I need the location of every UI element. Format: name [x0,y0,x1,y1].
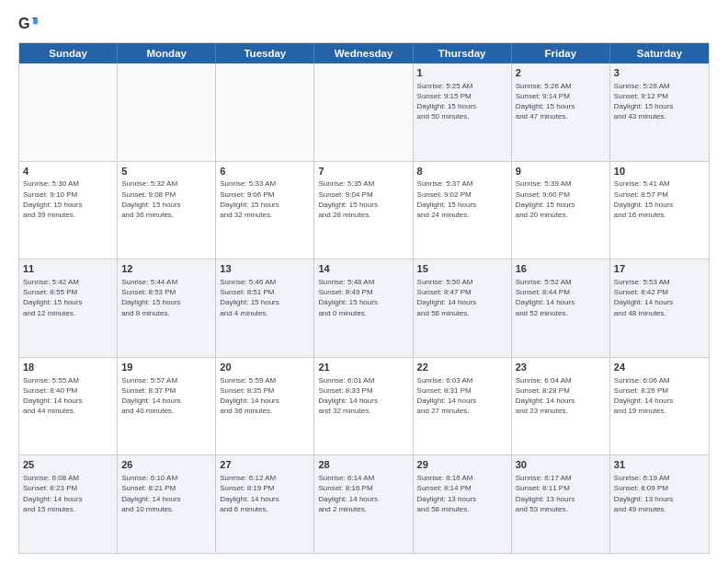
page: G SundayMondayTuesdayWednesdayThursdayFr… [0,0,728,563]
cell-info: Sunrise: 5:28 AM Sunset: 9:12 PM Dayligh… [614,81,705,122]
calendar-cell: 24Sunrise: 6:06 AM Sunset: 8:26 PM Dayli… [610,358,709,455]
calendar-week: 1Sunrise: 5:25 AM Sunset: 9:15 PM Daylig… [19,63,709,162]
day-number: 12 [121,262,211,276]
day-number: 20 [220,361,310,374]
cell-info: Sunrise: 5:42 AM Sunset: 8:55 PM Dayligh… [23,277,113,318]
calendar-cell: 14Sunrise: 5:48 AM Sunset: 8:49 PM Dayli… [314,259,413,357]
cell-info: Sunrise: 5:57 AM Sunset: 8:37 PM Dayligh… [121,375,211,417]
day-number: 23 [516,361,606,374]
calendar-header-cell: Sunday [19,43,118,63]
calendar-cell: 7Sunrise: 5:35 AM Sunset: 9:04 PM Daylig… [314,162,413,259]
calendar-header-cell: Friday [512,43,610,63]
calendar-cell: 17Sunrise: 5:53 AM Sunset: 8:42 PM Dayli… [610,259,709,357]
calendar-header-cell: Tuesday [216,43,314,63]
calendar-cell [19,63,118,161]
cell-info: Sunrise: 5:50 AM Sunset: 8:47 PM Dayligh… [417,277,507,318]
day-number: 4 [23,165,113,178]
day-number: 24 [614,361,705,374]
calendar-cell: 19Sunrise: 5:57 AM Sunset: 8:37 PM Dayli… [118,358,216,455]
cell-info: Sunrise: 5:33 AM Sunset: 9:06 PM Dayligh… [220,178,310,220]
cell-info: Sunrise: 6:12 AM Sunset: 8:19 PM Dayligh… [220,473,310,514]
header: G [18,15,710,35]
calendar-week: 11Sunrise: 5:42 AM Sunset: 8:55 PM Dayli… [19,259,709,358]
calendar-cell [314,63,413,161]
calendar-cell: 23Sunrise: 6:04 AM Sunset: 8:28 PM Dayli… [512,358,610,455]
cell-info: Sunrise: 6:16 AM Sunset: 8:14 PM Dayligh… [417,473,507,514]
calendar-cell [216,63,314,161]
day-number: 2 [516,66,606,80]
calendar-cell: 29Sunrise: 6:16 AM Sunset: 8:14 PM Dayli… [414,455,512,553]
day-number: 18 [23,361,113,374]
calendar-body: 1Sunrise: 5:25 AM Sunset: 9:15 PM Daylig… [19,63,709,553]
day-number: 27 [220,458,310,472]
cell-info: Sunrise: 5:26 AM Sunset: 9:14 PM Dayligh… [516,81,606,122]
svg-text:G: G [18,15,30,31]
calendar-cell [118,63,216,161]
day-number: 26 [121,458,211,472]
cell-info: Sunrise: 6:03 AM Sunset: 8:31 PM Dayligh… [417,375,507,417]
calendar-week: 25Sunrise: 6:08 AM Sunset: 8:23 PM Dayli… [19,455,709,553]
calendar-header-cell: Monday [118,43,216,63]
cell-info: Sunrise: 6:01 AM Sunset: 8:33 PM Dayligh… [318,375,408,417]
cell-info: Sunrise: 5:25 AM Sunset: 9:15 PM Dayligh… [417,81,507,122]
cell-info: Sunrise: 5:46 AM Sunset: 8:51 PM Dayligh… [220,277,310,318]
cell-info: Sunrise: 6:10 AM Sunset: 8:21 PM Dayligh… [121,473,211,514]
day-number: 21 [318,361,408,374]
calendar-cell: 13Sunrise: 5:46 AM Sunset: 8:51 PM Dayli… [216,259,314,357]
cell-info: Sunrise: 5:35 AM Sunset: 9:04 PM Dayligh… [318,178,408,220]
calendar-header-cell: Thursday [414,43,512,63]
calendar-cell: 4Sunrise: 5:30 AM Sunset: 9:10 PM Daylig… [19,162,118,259]
cell-info: Sunrise: 5:53 AM Sunset: 8:42 PM Dayligh… [614,277,705,318]
day-number: 17 [614,262,705,276]
day-number: 8 [417,165,507,178]
cell-info: Sunrise: 5:59 AM Sunset: 8:35 PM Dayligh… [220,375,310,417]
cell-info: Sunrise: 5:55 AM Sunset: 8:40 PM Dayligh… [23,375,113,417]
calendar-cell: 26Sunrise: 6:10 AM Sunset: 8:21 PM Dayli… [118,455,216,553]
calendar-cell: 12Sunrise: 5:44 AM Sunset: 8:53 PM Dayli… [118,259,216,357]
cell-info: Sunrise: 6:06 AM Sunset: 8:26 PM Dayligh… [614,375,705,417]
logo: G [18,15,42,35]
calendar-cell: 20Sunrise: 5:59 AM Sunset: 8:35 PM Dayli… [216,358,314,455]
calendar-cell: 30Sunrise: 6:17 AM Sunset: 8:11 PM Dayli… [512,455,610,553]
cell-info: Sunrise: 5:41 AM Sunset: 8:57 PM Dayligh… [614,178,705,220]
day-number: 22 [417,361,507,374]
day-number: 14 [318,262,408,276]
day-number: 9 [516,165,606,178]
day-number: 28 [318,458,408,472]
cell-info: Sunrise: 5:52 AM Sunset: 8:44 PM Dayligh… [516,277,606,318]
day-number: 13 [220,262,310,276]
cell-info: Sunrise: 5:39 AM Sunset: 9:00 PM Dayligh… [516,178,606,220]
cell-info: Sunrise: 5:30 AM Sunset: 9:10 PM Dayligh… [23,178,113,220]
day-number: 19 [121,361,211,374]
logo-icon: G [18,15,39,35]
day-number: 25 [23,458,113,472]
day-number: 16 [516,262,606,276]
day-number: 30 [516,458,606,472]
calendar-week: 18Sunrise: 5:55 AM Sunset: 8:40 PM Dayli… [19,358,709,456]
cell-info: Sunrise: 5:37 AM Sunset: 9:02 PM Dayligh… [417,178,507,220]
calendar-cell: 18Sunrise: 5:55 AM Sunset: 8:40 PM Dayli… [19,358,118,455]
calendar-header-cell: Wednesday [314,43,413,63]
calendar-cell: 28Sunrise: 6:14 AM Sunset: 8:16 PM Dayli… [314,455,413,553]
day-number: 29 [417,458,507,472]
calendar-cell: 5Sunrise: 5:32 AM Sunset: 9:08 PM Daylig… [118,162,216,259]
calendar-header-cell: Saturday [610,43,709,63]
day-number: 5 [121,165,211,178]
calendar-week: 4Sunrise: 5:30 AM Sunset: 9:10 PM Daylig… [19,162,709,260]
cell-info: Sunrise: 6:14 AM Sunset: 8:16 PM Dayligh… [318,473,408,514]
calendar-cell: 6Sunrise: 5:33 AM Sunset: 9:06 PM Daylig… [216,162,314,259]
cell-info: Sunrise: 6:17 AM Sunset: 8:11 PM Dayligh… [516,473,606,514]
day-number: 11 [23,262,113,276]
cell-info: Sunrise: 5:32 AM Sunset: 9:08 PM Dayligh… [121,178,211,220]
calendar-cell: 27Sunrise: 6:12 AM Sunset: 8:19 PM Dayli… [216,455,314,553]
calendar-header: SundayMondayTuesdayWednesdayThursdayFrid… [19,43,709,63]
calendar-cell: 22Sunrise: 6:03 AM Sunset: 8:31 PM Dayli… [414,358,512,455]
cell-info: Sunrise: 5:44 AM Sunset: 8:53 PM Dayligh… [121,277,211,318]
day-number: 10 [614,165,705,178]
calendar-cell: 15Sunrise: 5:50 AM Sunset: 8:47 PM Dayli… [414,259,512,357]
cell-info: Sunrise: 5:48 AM Sunset: 8:49 PM Dayligh… [318,277,408,318]
calendar-cell: 3Sunrise: 5:28 AM Sunset: 9:12 PM Daylig… [610,63,709,161]
calendar-cell: 10Sunrise: 5:41 AM Sunset: 8:57 PM Dayli… [610,162,709,259]
day-number: 7 [318,165,408,178]
calendar-cell: 31Sunrise: 6:19 AM Sunset: 8:09 PM Dayli… [610,455,709,553]
